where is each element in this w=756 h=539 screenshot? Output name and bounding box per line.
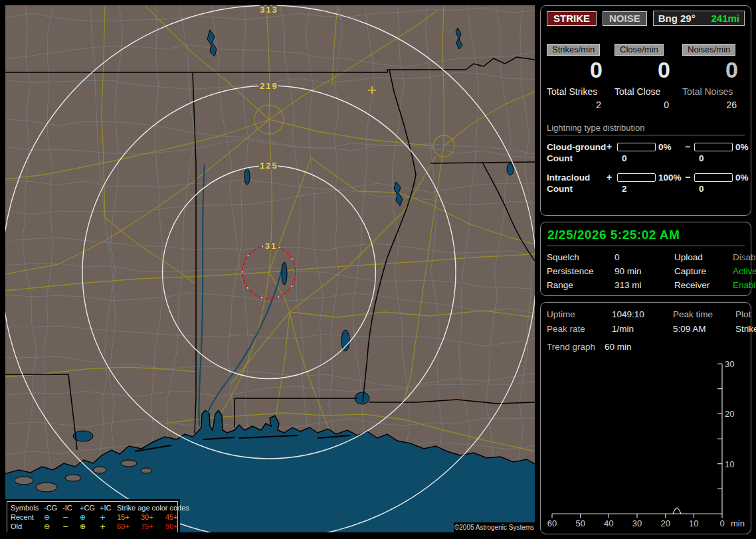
noises-per-min-label: Noises/min <box>682 44 735 56</box>
status-box: 2/25/2026 5:25:02 AM Squelch 0 Upload Di… <box>540 222 751 296</box>
capture-label: Capture <box>674 266 733 276</box>
x-unit-label: min <box>731 518 745 528</box>
ic-count-label: Count <box>547 184 607 194</box>
old-ic-pos-icon: + <box>100 522 117 531</box>
legend-old-label: Old <box>11 522 44 531</box>
xtick-40: 40 <box>604 518 613 528</box>
range-value: 313 mi <box>614 280 674 290</box>
close-column: Close/min 0 Total Close 0 <box>614 43 677 110</box>
legend-col-ic-pos: +IC <box>100 504 117 512</box>
ytick-30: 30 <box>725 359 734 369</box>
old-ic-neg-icon: − <box>62 522 80 531</box>
strike-toggle-button[interactable]: STRIKE <box>547 11 597 26</box>
cloud-ground-label: Cloud-ground <box>547 142 607 152</box>
total-noises-label: Total Noises <box>682 86 745 97</box>
squelch-value: 0 <box>614 252 674 262</box>
trend-box: Uptime 1049:10 Peak time Plot Peak rate … <box>540 302 751 534</box>
total-noises-value: 26 <box>682 100 745 110</box>
upload-status: Disabled <box>733 252 756 262</box>
counters-box: STRIKE NOISE Bng 29° 241mi Strikes/min 0… <box>540 5 751 216</box>
receiver-status: Enabled <box>733 280 756 290</box>
recent-ic-neg-icon: − <box>62 513 80 522</box>
datetime-display: 2/25/2026 5:25:02 AM <box>547 226 745 246</box>
ic-pos-percent: 100% <box>656 173 685 183</box>
recent-ic-pos-icon: + <box>100 513 117 522</box>
plot-mode-value: Strike <box>735 324 756 334</box>
total-strikes-label: Total Strikes <box>547 86 609 97</box>
age-60: 60+ <box>117 522 141 531</box>
ic-neg-count: 0 <box>694 184 733 194</box>
xtick-20: 20 <box>660 518 670 528</box>
bearing-distance: 241mi <box>711 13 739 24</box>
trend-graph-label: Trend graph <box>547 342 595 352</box>
plot-label: Plot <box>735 309 756 319</box>
ytick-10: 10 <box>725 459 734 469</box>
noises-per-min-value: 0 <box>682 56 745 83</box>
distribution-header: Lightning type distribution <box>547 123 745 135</box>
legend-col-cg-neg: -CG <box>44 504 62 512</box>
strikes-column: Strikes/min 0 Total Strikes 2 <box>547 43 609 110</box>
bearing-label: Bng 29° <box>658 13 696 24</box>
lightning-map[interactable]: 313 219 125 31 Symbols -CG -IC +CG +IC S… <box>5 5 535 532</box>
intracloud-label: Intracloud <box>547 173 607 183</box>
capture-status: Active <box>733 266 756 276</box>
map-canvas: 313 219 125 31 <box>5 5 535 532</box>
cg-count-label: Count <box>547 153 607 163</box>
age-75: 75+ <box>141 522 165 531</box>
recent-cg-pos-icon: ⊕ <box>80 513 100 522</box>
age-15: 15+ <box>117 513 141 522</box>
total-close-label: Total Close <box>614 86 677 97</box>
peak-rate-value: 1/min <box>612 324 673 334</box>
uptime-value: 1049:10 <box>612 309 673 319</box>
ring-label-31: 31 <box>265 241 277 251</box>
range-label: Range <box>547 280 614 290</box>
strike-legend: Symbols -CG -IC +CG +IC Strike age color… <box>7 501 178 532</box>
legend-symbols-header: Symbols <box>11 504 44 512</box>
cg-neg-bar <box>694 143 733 151</box>
xtick-60: 60 <box>547 518 557 528</box>
cg-pos-bar <box>617 143 656 151</box>
legend-recent-label: Recent <box>11 513 44 522</box>
legend-age-header: Strike age color codes <box>117 504 190 512</box>
close-per-min-label: Close/min <box>614 44 664 56</box>
cg-neg-percent: 0% <box>733 142 755 152</box>
persistence-label: Persistence <box>547 266 614 276</box>
strikes-per-min-value: 0 <box>547 56 609 83</box>
old-cg-neg-icon: ⊖ <box>44 522 62 531</box>
peak-time-value: 5:09 AM <box>673 324 735 334</box>
trend-graph-value: 60 min <box>605 342 632 352</box>
ring-label-219: 219 <box>260 81 278 91</box>
cg-pos-percent: 0% <box>656 142 685 152</box>
noises-column: Noises/min 0 Total Noises 26 <box>682 43 745 110</box>
ic-pos-count: 2 <box>617 184 656 194</box>
plus-sign: + <box>607 172 617 183</box>
legend-col-ic-neg: -IC <box>62 504 80 512</box>
cg-neg-count: 0 <box>694 153 733 163</box>
distribution-table: Cloud-ground + 0% − 0% Count 0 0 Intracl… <box>547 141 745 194</box>
uptime-label: Uptime <box>547 309 612 319</box>
trend-series-strike <box>673 508 681 514</box>
ic-neg-bar <box>694 173 733 182</box>
trend-chart: 30 20 10 60 50 40 30 20 10 0 min <box>547 354 745 528</box>
minus-sign: − <box>685 141 694 152</box>
ring-label-125: 125 <box>260 161 278 171</box>
xtick-0: 0 <box>719 518 724 528</box>
recent-cg-neg-icon: ⊖ <box>44 513 62 522</box>
status-sidebar: STRIKE NOISE Bng 29° 241mi Strikes/min 0… <box>540 5 751 534</box>
chart-axes <box>552 364 722 514</box>
ytick-20: 20 <box>725 409 734 419</box>
age-90: 90+ <box>165 522 190 531</box>
age-30: 30+ <box>141 513 165 522</box>
ring-label-313: 313 <box>260 5 278 15</box>
legend-col-cg-pos: +CG <box>80 504 100 512</box>
ic-neg-percent: 0% <box>733 173 755 183</box>
noise-toggle-button[interactable]: NOISE <box>603 11 647 26</box>
xtick-50: 50 <box>575 518 585 528</box>
age-45: 45+ <box>165 513 190 522</box>
close-per-min-value: 0 <box>614 56 677 83</box>
persistence-value: 90 min <box>614 266 674 276</box>
peak-time-label: Peak time <box>673 309 735 319</box>
peak-rate-label: Peak rate <box>547 324 612 334</box>
cg-pos-count: 0 <box>617 153 656 163</box>
ic-pos-bar <box>617 173 656 182</box>
